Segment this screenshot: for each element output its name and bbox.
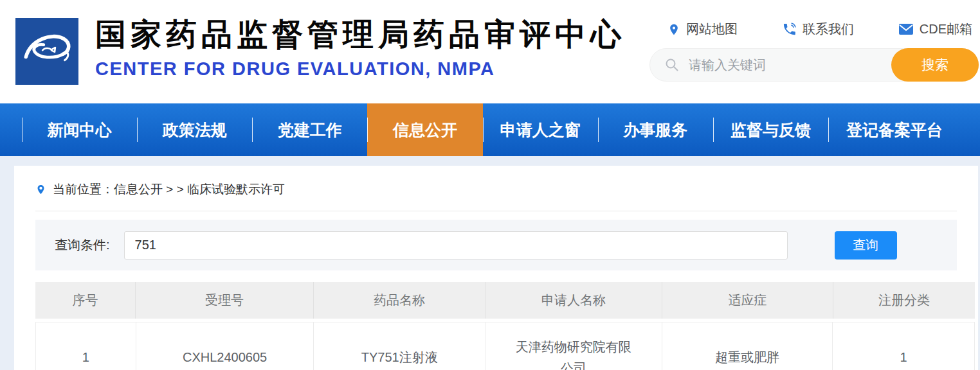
column-header-registration-class: 注册分类	[833, 282, 975, 319]
cde-mail-link[interactable]: CDE邮箱	[898, 21, 972, 38]
query-condition-input[interactable]	[124, 231, 788, 260]
cell-indication: 超重或肥胖	[662, 322, 833, 370]
cde-logo	[15, 18, 78, 85]
cell-acceptance-no: CXHL2400605	[136, 322, 314, 370]
sitemap-link-label: 网站地图	[686, 21, 738, 38]
column-header-applicant: 申请人名称	[485, 282, 662, 319]
column-header-acceptance-no: 受理号	[136, 282, 314, 319]
nav-item-party-building[interactable]: 党建工作	[252, 103, 367, 156]
nav-item-services[interactable]: 办事服务	[598, 103, 713, 156]
column-header-seq: 序号	[35, 282, 136, 319]
sitemap-link[interactable]: 网站地图	[667, 21, 738, 38]
contact-us-link-label: 联系我们	[803, 21, 854, 38]
phone-icon	[782, 22, 797, 37]
cell-registration-class: 1	[833, 322, 974, 370]
search-button[interactable]: 搜索	[891, 48, 979, 82]
site-header: 国家药品监督管理局药品审评中心 CENTER FOR DRUG EVALUATI…	[0, 0, 980, 103]
site-subtitle: CENTER FOR DRUG EVALUATION, NMPA	[95, 58, 626, 80]
cde-website-page: 国家药品监督管理局药品审评中心 CENTER FOR DRUG EVALUATI…	[0, 0, 980, 370]
content-wrapper: 当前位置：信息公开 > > 临床试验默示许可 查询条件: 查询 序号 受理号 药…	[14, 166, 978, 370]
location-pin-icon	[35, 182, 46, 197]
cell-drug-name: TY751注射液	[314, 322, 485, 370]
mail-icon	[898, 23, 914, 36]
cell-seq: 1	[36, 322, 136, 370]
contact-us-link[interactable]: 联系我们	[782, 21, 854, 38]
cde-logo-swirl-icon	[19, 24, 75, 79]
cell-applicant: 天津药物研究院有限公司	[485, 322, 662, 370]
results-table: 序号 受理号 药品名称 申请人名称 适应症 注册分类 1 CXHL2400605…	[35, 282, 975, 370]
nav-item-applicant-window[interactable]: 申请人之窗	[483, 103, 598, 156]
table-header-row: 序号 受理号 药品名称 申请人名称 适应症 注册分类	[35, 282, 975, 319]
query-panel: 查询条件: 查询	[35, 220, 957, 270]
site-title-block: 国家药品监督管理局药品审评中心 CENTER FOR DRUG EVALUATI…	[95, 15, 626, 80]
header-right: 网站地图 联系我们 CDE邮箱	[649, 21, 979, 82]
column-header-drug-name: 药品名称	[314, 282, 485, 319]
cde-mail-link-label: CDE邮箱	[920, 21, 972, 38]
nav-item-information-disclosure[interactable]: 信息公开	[367, 103, 482, 156]
site-title: 国家药品监督管理局药品审评中心	[95, 15, 626, 54]
nav-item-registration-platform[interactable]: 登记备案平台	[828, 103, 961, 156]
nav-item-supervision-feedback[interactable]: 监督与反馈	[713, 103, 828, 156]
search-icon	[664, 57, 680, 73]
query-button[interactable]: 查询	[835, 231, 897, 260]
query-condition-label: 查询条件:	[55, 236, 110, 254]
column-header-indication: 适应症	[662, 282, 833, 319]
nav-item-policy[interactable]: 政策法规	[137, 103, 252, 156]
main-nav: 新闻中心 政策法规 党建工作 信息公开 申请人之窗 办事服务 监督与反馈 登记备…	[0, 103, 980, 156]
breadcrumb-text: 当前位置：信息公开 > > 临床试验默示许可	[53, 181, 285, 198]
table-row: 1 CXHL2400605 TY751注射液 天津药物研究院有限公司 超重或肥胖…	[35, 322, 975, 370]
search-bar: 搜索	[649, 48, 979, 82]
quick-links: 网站地图 联系我们 CDE邮箱	[649, 21, 979, 38]
nav-item-news[interactable]: 新闻中心	[22, 103, 137, 156]
map-pin-icon	[667, 22, 680, 37]
breadcrumb: 当前位置：信息公开 > > 临床试验默示许可	[35, 166, 957, 211]
main-background: 当前位置：信息公开 > > 临床试验默示许可 查询条件: 查询 序号 受理号 药…	[0, 156, 980, 370]
